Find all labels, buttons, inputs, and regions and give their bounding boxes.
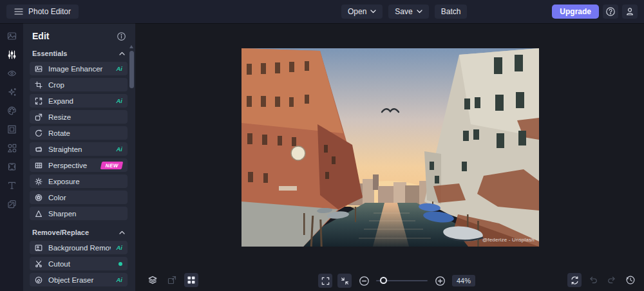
sidebar-item-rotate[interactable]: Rotate (30, 126, 128, 140)
upgrade-button[interactable]: Upgrade (552, 5, 599, 19)
main-menu-button[interactable]: Photo Editor (6, 5, 79, 19)
move-to-editor-button[interactable] (165, 273, 179, 287)
zoom-in-button[interactable] (433, 274, 447, 288)
profile-button[interactable] (622, 5, 638, 19)
zoom-slider-thumb[interactable] (380, 277, 387, 284)
redo-button[interactable] (605, 273, 619, 287)
help-button[interactable] (603, 5, 618, 19)
undo-arrow-icon (588, 275, 598, 285)
item-label: Color (48, 194, 122, 202)
active-dot-badge (118, 262, 122, 266)
sidebar-item-expand[interactable]: Expand Ai (30, 94, 128, 108)
resize-icon (35, 113, 43, 121)
canvas-image[interactable]: @federize - Unsplash (242, 48, 539, 247)
layer-tools (146, 273, 198, 287)
edit-panel: Edit Essentials Image Enhancer Ai Crop (23, 23, 135, 291)
scrollbar-thumb[interactable] (129, 51, 134, 88)
rail-item-borders[interactable] (3, 159, 20, 174)
eye-icon (6, 68, 17, 79)
sidebar-item-resize[interactable]: Resize (30, 110, 128, 124)
history-button[interactable] (623, 273, 638, 287)
redo-arrow-icon (607, 275, 617, 285)
sidebar-item-perspective[interactable]: Perspective NEW (30, 158, 128, 172)
photo-credit-watermark: @federize - Unsplash (482, 237, 535, 243)
rail-item-text[interactable] (3, 178, 20, 193)
refresh-compare-icon (570, 276, 580, 285)
info-button[interactable] (117, 32, 126, 41)
history-clock-icon (625, 275, 636, 285)
batch-label: Batch (441, 7, 461, 16)
zoom-controls: 44% (318, 274, 475, 288)
item-label: Straighten (48, 146, 111, 153)
rail-item-collage[interactable] (3, 196, 20, 212)
tool-rail (0, 23, 23, 291)
scissors-icon (35, 260, 43, 268)
background-remover-icon (35, 244, 43, 252)
history-tools (567, 273, 638, 287)
item-label: Exposure (48, 178, 122, 185)
ai-badge: Ai (117, 146, 123, 153)
sidebar-item-image-enhancer[interactable]: Image Enhancer Ai (30, 62, 128, 75)
panel-header: Edit (30, 31, 128, 41)
panel-scrollbar[interactable] (129, 45, 134, 288)
zoom-slider[interactable] (376, 274, 428, 288)
sidebar-item-cutout[interactable]: Cutout (30, 257, 128, 270)
fullscreen-button[interactable] (318, 274, 332, 288)
item-label: Object Eraser (48, 276, 111, 284)
zoom-percent-value[interactable]: 44% (452, 275, 475, 286)
item-label: Cutout (48, 260, 113, 268)
sidebar-item-background-remover[interactable]: Background Remover Ai (30, 241, 128, 254)
open-button[interactable]: Open (341, 5, 383, 19)
frame-icon (6, 124, 17, 135)
section-essentials[interactable]: Essentials (32, 50, 125, 57)
canvas-area[interactable]: @federize - Unsplash (135, 23, 644, 291)
shapes-icon (6, 143, 17, 153)
image-enhancer-icon (35, 65, 43, 73)
item-label: Crop (48, 81, 122, 89)
layers-button[interactable] (146, 273, 160, 287)
rotate-icon (35, 129, 43, 137)
remove-replace-list: Background Remover Ai Cutout Object Eras… (30, 241, 128, 291)
rail-item-photo[interactable] (3, 28, 20, 44)
sidebar-item-color[interactable]: Color (30, 191, 128, 204)
rail-item-ai-tools[interactable] (3, 84, 20, 100)
sidebar-item-exposure[interactable]: Exposure (30, 174, 128, 188)
plus-circle-icon (435, 276, 446, 286)
save-button[interactable]: Save (388, 5, 428, 19)
grid-view-button[interactable] (184, 273, 198, 287)
hamburger-icon (14, 8, 23, 15)
compare-button[interactable] (567, 273, 582, 287)
rail-item-effects[interactable] (3, 66, 20, 81)
rail-item-frames[interactable] (3, 122, 20, 137)
new-badge: NEW (100, 162, 123, 169)
photo-editor-app: Photo Editor Open Save Batch Upgrade (0, 0, 644, 291)
rail-item-adjust[interactable] (3, 47, 20, 62)
file-actions: Open Save Batch (341, 5, 467, 19)
sidebar-item-crop[interactable]: Crop (30, 78, 128, 91)
ai-badge: Ai (117, 276, 123, 283)
sidebar-item-object-eraser[interactable]: Object Eraser Ai (30, 273, 128, 286)
rail-item-elements[interactable] (3, 140, 20, 156)
border-icon (6, 162, 17, 172)
scroll-up-arrow[interactable] (129, 45, 133, 48)
save-label: Save (395, 7, 412, 16)
batch-button[interactable]: Batch (435, 5, 468, 19)
fit-to-screen-button[interactable] (337, 274, 352, 288)
item-label: Rotate (48, 129, 122, 137)
rail-item-color[interactable] (3, 103, 20, 118)
top-bar: Photo Editor Open Save Batch Upgrade (0, 0, 644, 23)
sidebar-item-sharpen[interactable]: Sharpen (30, 207, 128, 220)
section-label: Remove/Replace (32, 229, 89, 236)
bottom-toolbar: 44% (135, 269, 644, 291)
account-actions: Upgrade (552, 5, 638, 19)
section-remove-replace[interactable]: Remove/Replace (32, 229, 125, 236)
sidebar-item-straighten[interactable]: Straighten Ai (30, 142, 128, 156)
collage-icon (6, 199, 17, 209)
expand-icon (35, 97, 43, 105)
undo-button[interactable] (586, 273, 600, 287)
person-icon (625, 6, 635, 17)
panel-title: Edit (32, 31, 49, 41)
crop-icon (35, 81, 43, 89)
shrink-arrows-icon (340, 276, 350, 286)
zoom-out-button[interactable] (357, 274, 371, 288)
